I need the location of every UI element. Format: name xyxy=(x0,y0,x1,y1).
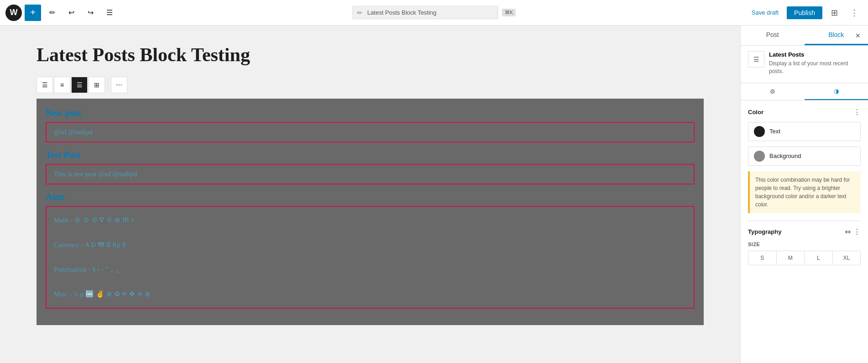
block-tool-grid[interactable]: ⊞ xyxy=(89,77,105,93)
main-toolbar: W + ✏ ↩ ↪ ☰ ✏ ⌘K Save draft Publish ⊞ ⋮ xyxy=(0,0,868,26)
size-label: SIZE xyxy=(748,242,861,247)
tab-settings[interactable]: ⚙ xyxy=(741,83,805,100)
toolbar-right: Save draft Publish ⊞ ⋮ xyxy=(747,5,863,21)
block-tool-align-left[interactable]: ≡ xyxy=(54,77,70,93)
publish-button[interactable]: Publish xyxy=(787,6,822,19)
color-section-label: Color ⋮ xyxy=(748,108,861,116)
color-warning: This color combination may be hard for p… xyxy=(748,171,861,213)
edit-icon: ✏ xyxy=(357,9,362,16)
size-s-button[interactable]: S xyxy=(748,251,777,265)
text-color-row[interactable]: Text xyxy=(748,122,861,141)
background-color-dot xyxy=(754,151,765,162)
block-tool-more[interactable]: ⋯ xyxy=(111,77,127,93)
typography-section: Typography ⇔ ⋮ SIZE S M L XL xyxy=(748,221,861,265)
block-info-text: Latest Posts Display a list of your most… xyxy=(769,51,861,75)
sidebar: Post Block ✕ ☰ Latest Posts Display a li… xyxy=(740,26,868,363)
color-menu-button[interactable]: ⋮ xyxy=(853,108,861,116)
section-heading-new-post: New post xyxy=(46,108,695,118)
block-type-description: Display a list of your most recent posts… xyxy=(769,60,861,75)
block-toolbar: ☰ ≡ ☰ ⊞ ⋯ xyxy=(37,77,704,93)
typography-section-label: Typography ⇔ ⋮ xyxy=(748,227,861,236)
styles-icon: ◑ xyxy=(834,88,839,95)
auto-box: Math - ℗ ℗ ℗ ∇ ℗ ⊕ ﬃ ≠ Currency - A Ð ₩ … xyxy=(46,206,695,309)
block-tool-align-center[interactable]: ☰ xyxy=(71,77,88,93)
sidebar-close-button[interactable]: ✕ xyxy=(852,29,864,42)
undo-button[interactable]: ↩ xyxy=(63,5,79,21)
settings-button[interactable]: ⊞ xyxy=(826,5,842,21)
sidebar-tabs: Post Block ✕ xyxy=(741,26,868,46)
new-post-box: @sd @sudipd xyxy=(46,122,695,142)
add-block-button[interactable]: + xyxy=(25,5,41,21)
size-m-button[interactable]: M xyxy=(777,251,805,265)
sidebar-content: Color ⋮ Text Background This color combi… xyxy=(741,100,868,273)
wp-logo: W xyxy=(5,5,22,21)
size-row: S M L XL xyxy=(748,251,861,265)
shortcut-badge: ⌘K xyxy=(502,9,516,16)
section-new-post: New post @sd @sudipd Test Post This is t… xyxy=(37,99,704,325)
size-l-button[interactable]: L xyxy=(805,251,833,265)
color-label-text: Color xyxy=(748,109,763,116)
search-bar-wrapper: ✏ ⌘K xyxy=(352,6,516,19)
punctuation-line: Punctuation - § › ‹ " ‥ ¿ xyxy=(54,263,686,276)
style-tabs: ⚙ ◑ xyxy=(741,83,868,100)
tab-styles[interactable]: ◑ xyxy=(805,83,868,100)
search-input[interactable] xyxy=(352,6,498,19)
test-post-box: This is test post @sd @sudipd xyxy=(46,164,695,184)
typography-label-text: Typography xyxy=(748,228,781,235)
background-color-row[interactable]: Background xyxy=(748,147,861,166)
tools-button[interactable]: ✏ xyxy=(44,5,60,21)
size-xl-button[interactable]: XL xyxy=(833,251,861,265)
misc-line: Misc - ¼ μ 🆒 ✌ ⊕ ♻ ✳ ✤ ⁜ ⊕ xyxy=(54,288,686,300)
typography-adjust-button[interactable]: ⇔ xyxy=(845,227,851,236)
section-heading-test-post: Test Post xyxy=(46,150,695,160)
options-button[interactable]: ⋮ xyxy=(846,5,863,21)
redo-button[interactable]: ↪ xyxy=(82,5,99,21)
toolbar-center: ✏ ⌘K xyxy=(352,6,516,19)
list-view-button[interactable]: ☰ xyxy=(101,5,118,21)
toolbar-separator xyxy=(108,79,108,91)
typography-menu-button[interactable]: ⋮ xyxy=(853,227,861,236)
tab-post[interactable]: Post xyxy=(741,26,805,45)
block-tool-list[interactable]: ☰ xyxy=(37,77,53,93)
block-type-icon: ☰ xyxy=(748,51,764,68)
section-heading-auto: Auto xyxy=(46,192,695,202)
toolbar-left: W + ✏ ↩ ↪ ☰ xyxy=(5,5,118,21)
save-draft-button[interactable]: Save draft xyxy=(747,6,783,19)
text-color-label: Text xyxy=(769,128,780,135)
editor-area: Latest Posts Block Testing ☰ ≡ ☰ ⊞ ⋯ New… xyxy=(0,26,740,363)
text-color-dot xyxy=(754,126,765,137)
block-info: ☰ Latest Posts Display a list of your mo… xyxy=(741,46,868,83)
math-line: Math - ℗ ℗ ℗ ∇ ℗ ⊕ ﬃ ≠ xyxy=(54,214,686,226)
main-area: Latest Posts Block Testing ☰ ≡ ☰ ⊞ ⋯ New… xyxy=(0,26,868,363)
post-title: Latest Posts Block Testing xyxy=(37,44,704,66)
settings-icon: ⚙ xyxy=(770,88,775,95)
block-type-title: Latest Posts xyxy=(769,51,861,58)
currency-line: Currency - A Ð ₩ ₢ Rp $ xyxy=(54,239,686,251)
background-color-label: Background xyxy=(769,153,801,159)
